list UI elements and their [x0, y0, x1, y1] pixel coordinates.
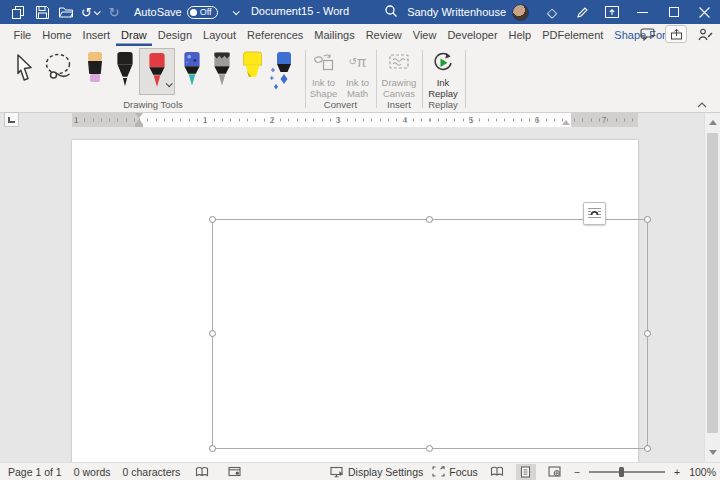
ruler-row: 1 1 2 3 4 5 6 7 [0, 113, 720, 127]
resize-handle-n[interactable] [426, 216, 433, 223]
resize-handle-w[interactable] [209, 330, 216, 337]
tab-file[interactable]: File [8, 24, 37, 46]
action-pen-icon [268, 50, 298, 92]
vertical-scrollbar[interactable] [704, 113, 720, 462]
ruler-mark: 2 [270, 115, 275, 126]
resize-handle-ne[interactable] [644, 216, 651, 223]
right-indent-marker[interactable] [562, 120, 570, 125]
lasso-select-tool[interactable] [42, 50, 76, 94]
select-tool[interactable] [8, 50, 38, 94]
tab-view[interactable]: View [407, 24, 442, 46]
status-bar: Page 1 of 1 0 words 0 characters Display… [0, 462, 720, 480]
lasso-icon [43, 50, 75, 90]
highlighter-yellow-tool[interactable] [237, 50, 269, 94]
proofing-book-icon[interactable] [192, 464, 212, 480]
web-layout-button[interactable] [545, 464, 565, 480]
tab-layout[interactable]: Layout [198, 24, 242, 46]
zoom-slider[interactable] [589, 465, 665, 479]
action-pen-blue-tool[interactable] [267, 50, 299, 94]
tab-stop-selector[interactable] [4, 112, 19, 127]
toggle-dot [190, 9, 197, 16]
pen-red-tool-selected[interactable] [139, 48, 175, 95]
tab-insert[interactable]: Insert [77, 24, 116, 46]
close-button[interactable] [689, 0, 720, 24]
resize-handle-sw[interactable] [209, 445, 216, 452]
pen-black-icon [112, 50, 138, 90]
comments-icon[interactable] [636, 25, 658, 43]
ink-to-math-button[interactable]: ↺π Ink to Math [341, 49, 374, 99]
share-icon[interactable] [665, 25, 687, 43]
macro-record-icon[interactable] [224, 464, 244, 480]
character-count[interactable]: 0 characters [122, 466, 180, 478]
group-separator [376, 50, 377, 108]
first-line-indent-marker[interactable] [135, 113, 143, 118]
ruler-mark: 5 [469, 115, 474, 126]
document-page[interactable] [72, 140, 638, 462]
redo-icon[interactable]: ↻ [102, 1, 126, 23]
scroll-down-icon[interactable] [705, 445, 720, 460]
resize-handle-se[interactable] [644, 445, 651, 452]
statusbar-left: Page 1 of 1 0 words 0 characters [0, 464, 244, 480]
tab-pdfelement[interactable]: PDFelement [537, 24, 609, 46]
highlighter-icon [239, 50, 267, 90]
scroll-up-icon[interactable] [705, 115, 720, 130]
scrollbar-thumb[interactable] [707, 133, 718, 433]
display-settings-button[interactable]: Display Settings [330, 466, 423, 478]
avatar[interactable] [512, 4, 529, 21]
undo-icon[interactable]: ↺ [78, 1, 102, 23]
cursor-icon [10, 50, 36, 90]
user-name[interactable]: Sandy Writtenhouse [407, 6, 506, 18]
layout-options-button[interactable] [583, 202, 606, 225]
group-separator [305, 50, 306, 108]
open-icon[interactable] [54, 1, 78, 23]
tab-developer[interactable]: Developer [442, 24, 503, 46]
drawing-canvas-button[interactable]: Drawing Canvas [378, 49, 420, 99]
tab-home[interactable]: Home [37, 24, 77, 46]
tab-help[interactable]: Help [503, 24, 537, 46]
ink-replay-button[interactable]: Ink Replay [424, 49, 462, 99]
resize-handle-nw[interactable] [209, 216, 216, 223]
zoom-thumb[interactable] [619, 467, 624, 477]
maximize-button[interactable] [658, 0, 689, 24]
tab-mailings[interactable]: Mailings [309, 24, 360, 46]
document-title: Document15 - Word [200, 5, 400, 17]
zoom-in-button[interactable]: + [674, 466, 680, 478]
ribbon-display-options-icon[interactable] [597, 0, 627, 24]
collapse-ribbon-icon[interactable] [694, 100, 710, 110]
horizontal-ruler[interactable]: 1 1 2 3 4 5 6 7 [72, 113, 638, 127]
paste-icon[interactable] [6, 1, 30, 23]
quick-access-toolbar: ↺ ↻ [6, 1, 126, 23]
tab-draw[interactable]: Draw [116, 24, 153, 46]
minimize-button[interactable] [627, 0, 658, 24]
zoom-level[interactable]: 100% [689, 466, 716, 478]
pen-black-tool[interactable] [110, 50, 140, 94]
rewards-diamond-icon[interactable]: ◇ [537, 0, 567, 24]
zoom-out-button[interactable]: − [574, 466, 580, 478]
selected-drawing-object[interactable] [212, 219, 648, 449]
eraser-tool[interactable] [80, 50, 110, 94]
page-indicator[interactable]: Page 1 of 1 [8, 466, 62, 478]
word-count[interactable]: 0 words [74, 466, 111, 478]
print-layout-button[interactable] [516, 464, 536, 480]
ribbon-draw: Drawing Tools Ink to Shape ↺π Ink to Mat… [0, 46, 720, 113]
resize-handle-s[interactable] [426, 445, 433, 452]
tab-review[interactable]: Review [360, 24, 407, 46]
resize-handle-e[interactable] [644, 330, 651, 337]
group-label-replay: Replay [424, 99, 462, 110]
edit-pen-icon[interactable] [567, 0, 597, 24]
read-mode-button[interactable] [487, 464, 507, 480]
pencil-gray-tool[interactable] [207, 50, 237, 94]
layout-options-icon [587, 206, 602, 221]
tab-design[interactable]: Design [152, 24, 197, 46]
pen-galaxy-tool[interactable] [177, 50, 207, 94]
focus-button[interactable]: Focus [432, 466, 478, 478]
tab-references[interactable]: References [242, 24, 309, 46]
tabsrow-right-icons [636, 25, 716, 43]
display-settings-icon [330, 466, 344, 478]
save-icon[interactable] [30, 1, 54, 23]
titlebar-right: Sandy Writtenhouse ◇ [407, 0, 720, 24]
ink-to-shape-button[interactable]: Ink to Shape [307, 49, 340, 99]
search-icon[interactable] [384, 4, 404, 20]
ink-replay-icon [424, 49, 462, 75]
editor-person-icon[interactable] [694, 25, 716, 43]
